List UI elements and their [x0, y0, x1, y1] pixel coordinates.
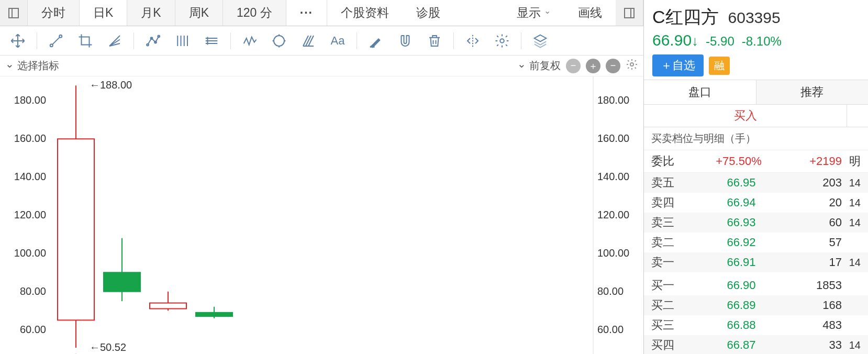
- chevron-down-icon: [5, 60, 14, 72]
- tab-tuijian[interactable]: 推荐: [756, 80, 869, 104]
- layers-tool-icon[interactable]: [527, 29, 554, 52]
- svg-point-4: [50, 44, 53, 47]
- collapse-button[interactable]: −: [606, 59, 620, 73]
- orderbook-row[interactable]: 卖五66.9520314: [644, 173, 868, 193]
- tab-fenshi[interactable]: 分时: [28, 0, 80, 26]
- level-qty: 17: [800, 256, 842, 269]
- svg-rect-0: [9, 8, 18, 18]
- orderbook-row[interactable]: 卖一66.911714: [644, 252, 868, 272]
- tab-month-k[interactable]: 月K: [127, 0, 175, 26]
- polyline-tool-icon[interactable]: [139, 29, 166, 52]
- separator: [521, 32, 521, 49]
- text-tool-icon[interactable]: Aa: [324, 29, 351, 52]
- zoom-in-button[interactable]: ＋: [586, 59, 600, 73]
- wb-pct: +75.50%: [683, 154, 795, 168]
- gear-icon[interactable]: [626, 58, 638, 73]
- fuquan-menu[interactable]: 前复权: [517, 59, 561, 73]
- drawline-button[interactable]: 画线: [564, 0, 616, 26]
- tab-stock-profile[interactable]: 个股资料: [327, 0, 403, 26]
- quote-panel: C红四方 603395 66.90↓ -5.90 -8.10% ＋自选 融 盘口…: [644, 0, 868, 354]
- down-arrow-icon: ↓: [692, 33, 698, 49]
- chevron-down-icon: [517, 60, 526, 72]
- orderbook-row[interactable]: 买二66.89168: [644, 295, 868, 315]
- change-abs: -5.90: [706, 34, 735, 49]
- separator: [357, 32, 357, 49]
- fan-tool-icon[interactable]: [101, 29, 128, 52]
- separator: [37, 32, 37, 49]
- tab-day-k[interactable]: 日K: [80, 0, 127, 26]
- orderbook-row[interactable]: 卖四66.942014: [644, 193, 868, 213]
- orderbook-row[interactable]: 卖二66.9257: [644, 233, 868, 252]
- svg-point-26: [500, 39, 504, 43]
- buy-extra[interactable]: [847, 105, 868, 127]
- svg-text:100.00: 100.00: [597, 247, 629, 259]
- zoom-out-button[interactable]: −: [566, 59, 581, 73]
- orderbook-row[interactable]: 买一66.901853: [644, 275, 868, 295]
- settings-tool-icon[interactable]: [488, 29, 516, 52]
- buy-button[interactable]: 买入: [644, 105, 847, 127]
- panel-toggle-right[interactable]: [616, 0, 643, 26]
- svg-text:120.00: 120.00: [597, 209, 629, 220]
- panel-toggle-left[interactable]: [0, 0, 28, 26]
- separator: [453, 32, 454, 49]
- tab-week-k[interactable]: 周K: [175, 0, 223, 26]
- parallel-lines-icon[interactable]: [169, 29, 196, 52]
- svg-text:180.00: 180.00: [14, 94, 46, 106]
- select-indicator[interactable]: 选择指标: [5, 59, 59, 73]
- marker-tool-icon[interactable]: [362, 29, 390, 52]
- split-tool-icon[interactable]: [459, 29, 486, 52]
- orderbook-asks: 卖五66.9520314卖四66.942014卖三66.936014卖二66.9…: [644, 173, 868, 272]
- add-watchlist-button[interactable]: ＋自选: [652, 54, 704, 76]
- svg-rect-50: [196, 313, 232, 316]
- separator: [133, 32, 134, 49]
- svg-rect-2: [625, 8, 634, 18]
- stock-code: 603395: [728, 9, 781, 27]
- tab-pankou[interactable]: 盘口: [644, 80, 756, 104]
- stock-name: C红四方: [652, 5, 719, 29]
- level-price: 66.91: [683, 256, 800, 269]
- crop-tool-icon[interactable]: [72, 29, 99, 52]
- level-label: 买一: [651, 278, 683, 293]
- level-qty: 60: [800, 216, 842, 229]
- level-label: 卖四: [651, 195, 683, 211]
- level-qty: 57: [800, 236, 842, 249]
- orderbook-row[interactable]: 买四66.873314: [644, 335, 868, 354]
- zigzag-tool-icon[interactable]: [236, 29, 263, 52]
- magnet-tool-icon[interactable]: [392, 29, 419, 52]
- level-qty: 203: [800, 176, 842, 190]
- display-menu[interactable]: 显示: [503, 0, 564, 26]
- level-extra: 14: [842, 257, 861, 269]
- quote-subtabs: 盘口 推荐: [644, 80, 868, 105]
- trendline-tool-icon[interactable]: [42, 29, 70, 52]
- level-extra: 14: [842, 217, 861, 229]
- svg-point-19: [274, 36, 284, 46]
- orderbook-row[interactable]: 买三66.88483: [644, 315, 868, 335]
- tab-120m[interactable]: 120 分: [223, 0, 286, 26]
- svg-rect-48: [150, 303, 186, 309]
- delete-tool-icon[interactable]: [421, 29, 448, 52]
- wb-diff: +2199: [795, 154, 842, 168]
- separator: [230, 32, 231, 49]
- weibi-row: 委比 +75.50% +2199 明: [644, 150, 868, 173]
- svg-text:←188.00: ←188.00: [90, 79, 132, 91]
- brush-tool-icon[interactable]: [295, 29, 322, 52]
- buy-header-row: 买入: [644, 105, 868, 127]
- orderbook-row[interactable]: 卖三66.936014: [644, 213, 868, 233]
- change-pct: -8.10%: [742, 34, 782, 49]
- level-qty: 20: [800, 196, 842, 209]
- move-tool-icon[interactable]: [4, 29, 31, 52]
- tab-diagnosis[interactable]: 诊股: [403, 0, 454, 26]
- level-price: 66.94: [683, 196, 800, 209]
- level-price: 66.93: [683, 216, 800, 229]
- svg-rect-44: [58, 139, 94, 320]
- level-qty: 1853: [800, 279, 842, 292]
- circle-tool-icon[interactable]: [265, 29, 293, 52]
- svg-text:140.00: 140.00: [14, 171, 46, 182]
- level-price: 66.90: [683, 279, 800, 292]
- channel-tool-icon[interactable]: [198, 29, 225, 52]
- candlestick-chart[interactable]: 60.0060.0080.0080.00100.00100.00120.0012…: [0, 76, 643, 354]
- svg-text:120.00: 120.00: [14, 209, 46, 220]
- level-qty: 483: [800, 318, 842, 332]
- tab-more[interactable]: ···: [286, 0, 327, 26]
- svg-text:80.00: 80.00: [20, 285, 46, 297]
